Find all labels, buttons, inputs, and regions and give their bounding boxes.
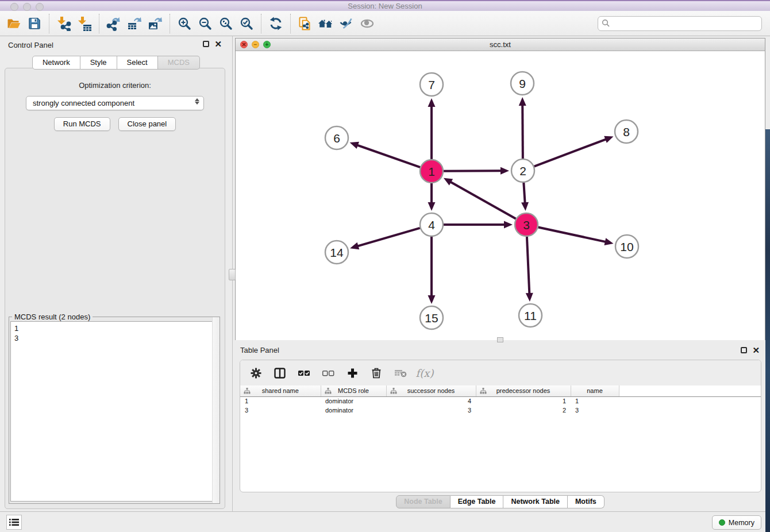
float-table-panel-icon[interactable] [741,347,747,353]
header-filler [619,385,761,396]
function-builder-button[interactable]: f(x) [418,367,431,379]
graph-edge-2-9[interactable] [522,105,523,159]
refresh-icon [268,16,283,31]
graph-edge-arrowhead [604,136,613,143]
import-table-button[interactable] [74,13,95,34]
network-window-title: scc.txt [490,40,511,49]
run-mcds-button[interactable]: Run MCDS [54,117,110,131]
open-session-button[interactable] [3,13,24,34]
import-network-button[interactable] [53,13,74,34]
mcds-result-text[interactable]: 1 3 [10,321,218,502]
export-image-button[interactable] [145,13,165,34]
close-panel-button[interactable]: Close panel [118,117,176,131]
main-toolbar [0,11,770,36]
close-window-button[interactable] [10,3,18,11]
graph-edge-3-1[interactable] [450,182,515,219]
table-row[interactable]: 3 dominator 3 2 3 [240,406,761,415]
apply-layout-button[interactable] [265,13,286,34]
network-canvas[interactable]: 7968124314101511 [236,51,765,340]
graph-node-label: 1 [428,165,435,178]
column-header-name[interactable]: name [571,385,619,396]
tab-select[interactable]: Select [117,56,158,70]
tab-edge-table[interactable]: Edge Table [451,495,504,508]
split-panel-icon [274,368,286,379]
graph-edge-4-14[interactable] [357,228,420,246]
first-neighbors-button[interactable] [315,13,336,34]
search-input[interactable] [598,16,762,31]
zoom-in-icon [177,16,192,31]
toolbar-separator [99,14,99,33]
control-panel-tabs: Network Style Select MCDS [0,56,232,70]
frame-minimize-button[interactable]: − [252,41,259,48]
graph-edge-2-8[interactable] [534,139,607,167]
hide-eye-icon [339,16,354,31]
application-window: Session: New Session [0,0,770,532]
graph-edge-arrowhead [521,202,529,211]
open-folder-icon [6,16,21,31]
zoom-out-button[interactable] [195,13,215,34]
table-settings-button[interactable] [249,367,262,379]
result-scrollbar[interactable] [212,317,220,503]
checked-boxes-icon [298,368,310,379]
select-all-columns-button[interactable] [298,367,310,379]
graph-edge-arrowhead [605,238,614,245]
toolbar-separator [261,14,261,33]
add-column-button[interactable] [346,367,359,379]
toolbar-separator [170,14,170,33]
tree-icon [480,388,487,394]
zoom-in-button[interactable] [174,13,195,34]
tab-mcds[interactable]: MCDS [158,56,200,70]
graph-edge-3-11[interactable] [527,237,529,294]
tab-motifs[interactable]: Motifs [568,495,605,508]
export-table-button[interactable] [124,13,145,34]
save-session-button[interactable] [24,13,45,34]
graph-node-label: 14 [330,246,344,259]
import-network-icon [56,16,71,31]
network-graph[interactable]: 7968124314101511 [236,51,765,340]
table-split-view-button[interactable] [274,367,286,379]
task-history-button[interactable] [6,515,22,530]
maximize-window-button[interactable] [36,3,44,11]
table-body: 1 dominator 4 1 1 3 domi [240,396,761,415]
graph-edge-2-3[interactable] [523,183,525,203]
graph-node-label: 2 [519,164,526,178]
hide-selected-button[interactable] [336,13,357,34]
close-table-panel-icon[interactable]: ✕ [752,347,760,353]
graph-edge-3-10[interactable] [538,227,606,242]
window-resize-grip[interactable] [497,337,503,342]
graph-edge-1-2[interactable] [444,171,502,171]
splitter-handle[interactable] [229,269,236,280]
table-row[interactable]: 1 dominator 4 1 1 [240,396,761,406]
mcds-result-groupbox: MCDS result (2 nodes) 1 3 [9,317,220,504]
column-header-shared-name[interactable]: shared name [240,385,321,396]
duplicate-network-button[interactable] [295,13,315,34]
tab-style[interactable]: Style [80,56,117,70]
tab-network-table[interactable]: Network Table [503,495,568,508]
frame-close-button[interactable]: ✕ [240,41,248,48]
column-header-successor-nodes[interactable]: successor nodes [386,385,476,396]
float-panel-icon[interactable] [203,41,209,47]
show-all-button[interactable] [357,13,378,34]
toolbar-separator [49,14,49,33]
column-header-mcds-role[interactable]: MCDS role [321,385,386,396]
graph-edge-arrowhead [526,293,533,302]
graph-edge-1-6[interactable] [357,145,420,167]
unselect-all-columns-button[interactable] [322,367,334,379]
close-panel-icon[interactable]: ✕ [214,41,222,47]
tab-network[interactable]: Network [32,56,80,70]
frame-maximize-button[interactable]: + [263,41,271,48]
zoom-fit-button[interactable] [215,13,236,34]
zoom-selected-button[interactable] [236,13,257,34]
delete-table-button[interactable] [394,367,407,379]
minimize-window-button[interactable] [23,3,31,11]
tab-node-table[interactable]: Node Table [396,495,450,508]
criterion-select[interactable]: strongly connected component [26,96,204,110]
graph-edge-arrowhead [350,242,359,249]
delete-column-button[interactable] [370,367,383,379]
table-panel-title: Table Panel [240,346,279,354]
column-header-predecessor-nodes[interactable]: predecessor nodes [476,385,571,396]
main-content: Control Panel ✕ Network Style Select MCD… [0,36,765,511]
export-network-button[interactable] [103,13,124,34]
memory-button[interactable]: Memory [712,515,761,530]
graph-node-label: 10 [620,240,633,253]
